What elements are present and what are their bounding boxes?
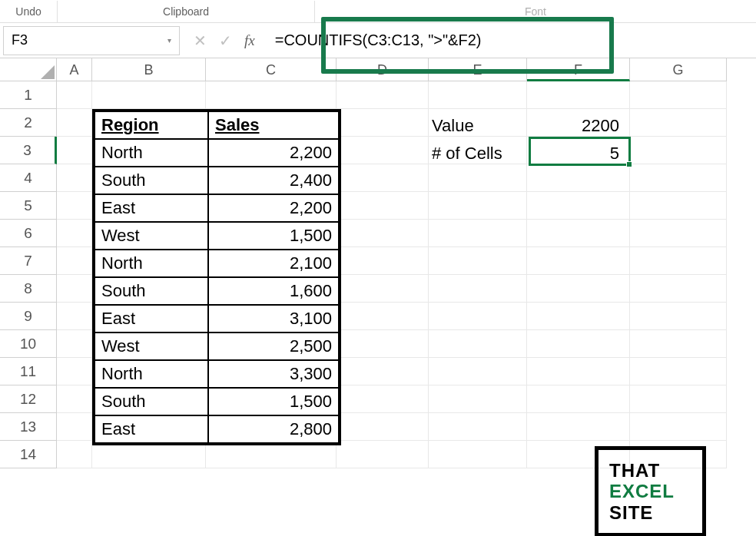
cell-region[interactable]: North [94,139,208,167]
cell[interactable] [337,247,429,275]
cell-region[interactable]: East [94,305,208,333]
row-header-2[interactable]: 2 [0,109,57,137]
row-header-13[interactable]: 13 [0,413,57,441]
cell[interactable] [630,109,727,137]
cell[interactable] [630,358,727,385]
row-header-1[interactable]: 1 [0,81,57,109]
cell[interactable] [337,330,429,358]
row-header-9[interactable]: 9 [0,303,57,330]
cell-sales[interactable]: 2,200 [208,194,339,222]
cell[interactable] [527,81,630,109]
cell[interactable] [429,330,527,358]
name-box[interactable]: F3 ▾ [3,26,180,55]
cell[interactable] [337,303,429,330]
cell-sales[interactable]: 2,400 [208,167,339,194]
formula-input[interactable]: =COUNTIFS(C3:C13, ">"&F2) [266,26,756,55]
cell[interactable] [337,275,429,303]
cell[interactable] [57,385,92,413]
cell[interactable] [429,247,527,275]
cell-sales[interactable]: 2,500 [208,333,339,360]
cell-sales[interactable]: 2,200 [208,139,339,167]
summary-cells-label[interactable]: # of Cells [432,144,530,164]
cell[interactable] [57,358,92,385]
table-header-region[interactable]: Region [94,111,208,139]
cell-sales[interactable]: 1,500 [208,388,339,415]
row-header-4[interactable]: 4 [0,164,57,192]
cell[interactable] [57,330,92,358]
cell[interactable] [57,247,92,275]
row-header-11[interactable]: 11 [0,358,57,385]
cell[interactable] [337,358,429,385]
cell-sales[interactable]: 2,800 [208,415,339,443]
table-header-sales[interactable]: Sales [208,111,339,139]
cell-region[interactable]: East [94,194,208,222]
cell[interactable] [57,137,92,164]
row-header-12[interactable]: 12 [0,385,57,413]
cell[interactable] [527,413,630,441]
select-all-corner[interactable] [0,58,57,81]
cell-region[interactable]: East [94,415,208,443]
cell-region[interactable]: North [94,360,208,388]
cell[interactable] [429,81,527,109]
cell-region[interactable]: South [94,277,208,305]
cell[interactable] [337,164,429,192]
cell[interactable] [337,137,429,164]
enter-icon[interactable]: ✓ [219,31,232,50]
cell-region[interactable]: West [94,222,208,250]
col-header-B[interactable]: B [92,58,206,81]
cell[interactable] [337,220,429,247]
summary-value-label[interactable]: Value [432,116,530,136]
cell[interactable] [527,192,630,220]
cell-region[interactable]: South [94,388,208,415]
cell[interactable] [429,413,527,441]
summary-cells[interactable]: 5 [530,144,628,164]
row-header-5[interactable]: 5 [0,192,57,220]
row-header-6[interactable]: 6 [0,220,57,247]
cell-sales[interactable]: 1,600 [208,277,339,305]
summary-value[interactable]: 2200 [530,116,628,136]
col-header-C[interactable]: C [206,58,337,81]
cell[interactable] [630,330,727,358]
cell[interactable] [630,81,727,109]
cell[interactable] [429,358,527,385]
cell[interactable] [429,164,527,192]
cell[interactable] [527,220,630,247]
cell-sales[interactable]: 3,300 [208,360,339,388]
row-header-7[interactable]: 7 [0,247,57,275]
cell[interactable] [527,330,630,358]
cell[interactable] [429,441,527,468]
cell[interactable] [337,441,429,468]
cell[interactable] [57,109,92,137]
row-header-14[interactable]: 14 [0,441,57,468]
cell-region[interactable]: North [94,250,208,277]
cell[interactable] [206,81,337,109]
col-header-F[interactable]: F [527,58,630,81]
cell[interactable] [630,275,727,303]
cell[interactable] [429,192,527,220]
cell[interactable] [337,109,429,137]
cell[interactable] [337,413,429,441]
cell-sales[interactable]: 3,100 [208,305,339,333]
cell-sales[interactable]: 1,500 [208,222,339,250]
cell[interactable] [57,192,92,220]
cell[interactable] [57,275,92,303]
col-header-G[interactable]: G [630,58,727,81]
cell[interactable] [527,164,630,192]
col-header-D[interactable]: D [337,58,429,81]
cell[interactable] [630,385,727,413]
cell[interactable] [630,247,727,275]
cancel-icon[interactable]: ✕ [194,31,207,50]
cell[interactable] [429,220,527,247]
cell[interactable] [337,192,429,220]
cell[interactable] [527,303,630,330]
cell[interactable] [429,303,527,330]
row-header-3[interactable]: 3 [0,137,57,164]
col-header-A[interactable]: A [57,58,92,81]
cell[interactable] [57,220,92,247]
cell[interactable] [630,137,727,164]
cell[interactable] [57,441,92,468]
cell[interactable] [57,303,92,330]
col-header-E[interactable]: E [429,58,527,81]
cell[interactable] [527,247,630,275]
cell[interactable] [57,413,92,441]
